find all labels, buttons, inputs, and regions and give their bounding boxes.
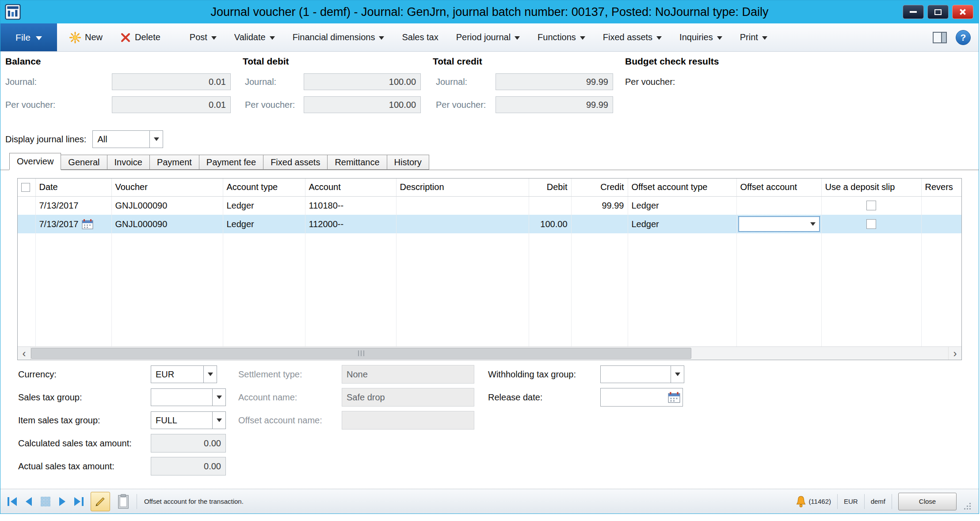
cell-credit[interactable] <box>571 215 628 233</box>
scrollbar-track[interactable] <box>31 347 948 360</box>
display-journal-lines-label: Display journal lines: <box>5 134 86 145</box>
budget-check-title: Budget check results <box>625 56 719 67</box>
edit-mode-button[interactable] <box>91 492 110 511</box>
validate-menu[interactable]: Validate <box>234 32 275 42</box>
cell-credit[interactable]: 99.99 <box>571 196 628 215</box>
notifications-button[interactable]: (11462) <box>796 496 831 507</box>
cell-voucher[interactable]: GNJL000090 <box>111 215 223 233</box>
col-offset-account-type[interactable]: Offset account type <box>628 179 736 196</box>
table-row-selected[interactable]: 7/13/2017 GNJL000 <box>18 215 961 233</box>
cell-description[interactable] <box>396 215 529 233</box>
col-debit[interactable]: Debit <box>529 179 571 196</box>
layout-pane-icon[interactable] <box>933 32 947 43</box>
col-account-type[interactable]: Account type <box>223 179 305 196</box>
actual-sales-tax-field: 0.00 <box>151 457 226 475</box>
combo-dropdown-button[interactable] <box>807 217 819 231</box>
close-form-button[interactable]: Close <box>898 493 957 510</box>
deposit-slip-checkbox[interactable] <box>866 219 876 229</box>
cell-reverse[interactable] <box>921 215 961 233</box>
next-record-button[interactable] <box>59 497 65 506</box>
combo-dropdown-button[interactable] <box>203 366 217 383</box>
currency-combo[interactable]: EUR <box>151 365 217 383</box>
combo-dropdown-button[interactable] <box>212 412 225 429</box>
functions-menu[interactable]: Functions <box>538 32 585 42</box>
cell-date[interactable]: 7/13/2017 <box>35 196 111 215</box>
combo-dropdown-button[interactable] <box>671 366 684 383</box>
print-menu[interactable]: Print <box>740 32 767 42</box>
grid-view-icon[interactable] <box>41 497 50 506</box>
inquiries-menu[interactable]: Inquiries <box>679 32 722 42</box>
display-journal-lines-combo[interactable]: All <box>92 130 163 148</box>
tab-payment-fee[interactable]: Payment fee <box>199 155 263 170</box>
budget-per-voucher-label: Per voucher: <box>625 77 675 87</box>
cell-account[interactable]: 112000-- <box>305 215 396 233</box>
post-menu[interactable]: Post <box>190 32 217 42</box>
row-selector[interactable] <box>18 215 35 233</box>
last-record-button[interactable] <box>74 497 84 506</box>
delete-button[interactable]: Delete <box>120 32 160 43</box>
offset-account-combo[interactable] <box>739 217 820 232</box>
separator <box>892 494 892 509</box>
tab-payment[interactable]: Payment <box>149 155 199 170</box>
attachments-button[interactable] <box>117 494 130 509</box>
tab-history[interactable]: History <box>387 155 429 170</box>
col-offset-account[interactable]: Offset account <box>736 179 821 196</box>
minimize-button[interactable] <box>903 5 924 19</box>
tab-general[interactable]: General <box>61 155 107 170</box>
col-description[interactable]: Description <box>396 179 529 196</box>
new-button[interactable]: New <box>69 32 103 43</box>
scrollbar-thumb[interactable] <box>31 348 691 359</box>
cell-offset-account-type[interactable]: Ledger <box>628 196 736 215</box>
col-date[interactable]: Date <box>35 179 111 196</box>
tab-remittance[interactable]: Remittance <box>327 155 387 170</box>
tab-invoice[interactable]: Invoice <box>107 155 150 170</box>
tab-fixed-assets[interactable]: Fixed assets <box>263 155 328 170</box>
col-reverse[interactable]: Revers <box>921 179 961 196</box>
cell-reverse[interactable] <box>921 196 961 215</box>
release-date-field[interactable] <box>600 388 683 407</box>
close-button[interactable] <box>952 5 973 19</box>
close-icon <box>959 8 967 16</box>
file-menu-button[interactable]: File <box>0 23 57 51</box>
sales-tax-group-combo[interactable] <box>151 388 226 406</box>
deposit-slip-checkbox[interactable] <box>866 201 876 210</box>
resize-grip[interactable] <box>963 502 972 510</box>
cell-debit[interactable] <box>529 196 571 215</box>
cell-offset-account-type[interactable]: Ledger <box>628 215 736 233</box>
cell-account-type[interactable]: Ledger <box>223 215 305 233</box>
help-glyph: ? <box>961 32 966 43</box>
tab-overview[interactable]: Overview <box>9 153 61 170</box>
combo-dropdown-button[interactable] <box>212 389 225 406</box>
cell-description[interactable] <box>396 196 529 215</box>
cell-date[interactable]: 7/13/2017 <box>35 215 111 233</box>
withholding-tax-group-combo[interactable] <box>600 365 684 383</box>
scroll-right-button[interactable]: › <box>948 347 961 360</box>
date-picker-button[interactable] <box>82 219 93 229</box>
cell-voucher[interactable]: GNJL000090 <box>111 196 223 215</box>
tabstrip: Overview General Invoice Payment Payment… <box>0 152 979 170</box>
maximize-button[interactable] <box>927 5 949 19</box>
period-journal-menu[interactable]: Period journal <box>456 32 520 42</box>
calendar-icon[interactable] <box>668 392 680 403</box>
first-record-button[interactable] <box>8 497 17 506</box>
col-use-deposit-slip[interactable]: Use a deposit slip <box>821 179 921 196</box>
help-icon[interactable]: ? <box>956 30 971 45</box>
table-row[interactable]: 7/13/2017 GNJL000090 Ledger 110180-- 99.… <box>18 196 961 215</box>
financial-dimensions-menu[interactable]: Financial dimensions <box>293 32 385 42</box>
col-credit[interactable]: Credit <box>571 179 628 196</box>
row-selector[interactable] <box>18 196 35 215</box>
scroll-left-button[interactable]: ‹ <box>18 347 31 360</box>
cell-offset-account[interactable] <box>736 196 821 215</box>
cell-debit[interactable]: 100.00 <box>529 215 571 233</box>
previous-record-button[interactable] <box>26 497 32 506</box>
col-account[interactable]: Account <box>305 179 396 196</box>
cell-account-type[interactable]: Ledger <box>223 196 305 215</box>
select-all-checkbox[interactable] <box>21 183 30 192</box>
cell-account[interactable]: 110180-- <box>305 196 396 215</box>
combo-dropdown-button[interactable] <box>149 131 163 148</box>
fixed-assets-menu[interactable]: Fixed assets <box>603 32 662 42</box>
sales-tax-button[interactable]: Sales tax <box>402 32 438 42</box>
item-sales-tax-group-combo[interactable]: FULL <box>151 411 226 429</box>
col-voucher[interactable]: Voucher <box>111 179 223 196</box>
cell-use-deposit-slip <box>821 196 921 215</box>
